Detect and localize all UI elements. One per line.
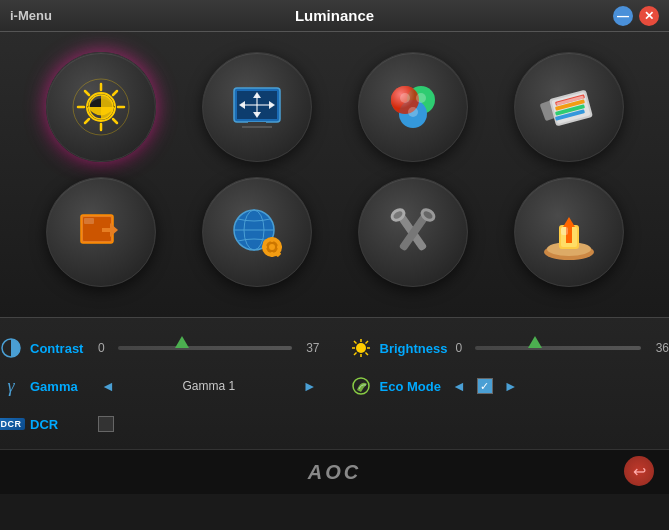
dcr-checkbox[interactable] (98, 416, 114, 432)
minimize-button[interactable]: — (613, 6, 633, 26)
gamma-prev-button[interactable]: ◄ (98, 378, 118, 394)
svg-rect-59 (561, 227, 568, 235)
dcr-label: DCR (30, 417, 90, 432)
close-button[interactable]: ✕ (639, 6, 659, 26)
icon-image-setup[interactable] (202, 52, 312, 162)
window-controls: — ✕ (613, 6, 659, 26)
svg-rect-34 (84, 218, 94, 224)
svg-point-19 (416, 93, 426, 103)
contrast-label: Contrast (30, 341, 90, 356)
dcr-icon: DCR (0, 413, 22, 435)
controls-grid: Contrast 0 37 (0, 333, 669, 439)
svg-rect-12 (242, 126, 272, 128)
eco-mode-checkbox[interactable] (477, 378, 493, 394)
svg-rect-33 (102, 228, 114, 232)
brightness-min: 0 (455, 341, 467, 355)
svg-point-18 (400, 93, 410, 103)
controls-section: Contrast 0 37 (0, 317, 669, 449)
contrast-min: 0 (98, 341, 110, 355)
gamma-control: γ Gamma ◄ Gamma 1 ► (0, 371, 320, 401)
bottom-bar: AOC ↩ (0, 449, 669, 494)
contrast-icon (0, 337, 22, 359)
aoc-logo: AOC (308, 461, 361, 484)
svg-rect-44 (277, 246, 282, 249)
gamma-icon: γ (0, 375, 22, 397)
svg-marker-57 (563, 217, 575, 227)
contrast-control: Contrast 0 37 (0, 333, 320, 363)
dcr-control: DCR DCR (0, 409, 320, 439)
main-content (0, 32, 669, 317)
brightness-control: Brightness 0 36 (350, 333, 670, 363)
svg-line-66 (354, 341, 357, 344)
icon-color[interactable] (358, 52, 468, 162)
svg-line-68 (365, 341, 368, 344)
svg-point-40 (269, 244, 275, 250)
brightness-value: 36 (649, 341, 669, 355)
svg-rect-42 (270, 252, 273, 257)
eco-mode-control: Eco Mode ◄ ► (350, 371, 670, 401)
svg-point-20 (408, 107, 418, 117)
brightness-slider[interactable] (475, 345, 641, 351)
svg-rect-43 (262, 246, 267, 249)
eco-mode-label: Eco Mode (380, 379, 441, 394)
brightness-label: Brightness (380, 341, 448, 356)
icon-luminance[interactable] (46, 52, 156, 162)
gamma-next-button[interactable]: ► (300, 378, 320, 394)
gamma-value: Gamma 1 (126, 379, 292, 393)
app-name: i-Menu (10, 8, 52, 23)
eco-next-button[interactable]: ► (501, 378, 521, 394)
icon-factory-reset[interactable] (358, 177, 468, 287)
contrast-slider[interactable] (118, 345, 292, 351)
svg-line-69 (354, 353, 357, 356)
icon-picture-boost[interactable] (514, 52, 624, 162)
window-title: Luminance (295, 7, 374, 24)
eco-prev-button[interactable]: ◄ (449, 378, 469, 394)
svg-line-67 (365, 353, 368, 356)
icon-osd-setup[interactable] (46, 177, 156, 287)
eco-icon (350, 375, 372, 397)
brightness-icon (350, 337, 372, 359)
gamma-label: Gamma (30, 379, 90, 394)
svg-rect-41 (270, 237, 273, 242)
contrast-value: 37 (300, 341, 320, 355)
svg-point-61 (356, 343, 366, 353)
icon-exit[interactable] (514, 177, 624, 287)
icon-extra[interactable] (202, 177, 312, 287)
svg-rect-11 (248, 122, 266, 126)
back-button[interactable]: ↩ (624, 456, 654, 486)
icon-grid (30, 52, 639, 287)
title-bar: i-Menu Luminance — ✕ (0, 0, 669, 32)
